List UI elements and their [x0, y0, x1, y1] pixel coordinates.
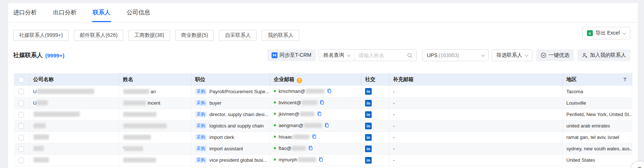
copy-icon[interactable] — [308, 146, 313, 152]
headset-icon — [636, 166, 644, 168]
copy-icon[interactable] — [317, 111, 322, 118]
redacted-company — [33, 112, 80, 117]
add-to-my-contacts-button[interactable]: 加入我的联系人 — [577, 49, 630, 61]
search-icon[interactable] — [407, 53, 413, 58]
cell-region: United States — [563, 154, 632, 166]
name-prefix-text: ' — [123, 146, 124, 151]
row-checkbox[interactable] — [18, 135, 24, 140]
cell-name: ' — [119, 143, 191, 154]
filter-funnel-icon[interactable] — [623, 77, 627, 83]
cell-company — [29, 132, 119, 143]
email-text: mjmurph — [279, 157, 297, 162]
header-name: 姓名 — [119, 73, 191, 86]
cell-social: in — [361, 109, 389, 120]
email-text: jkivinen@ — [279, 111, 300, 117]
row-checkbox[interactable] — [18, 146, 24, 152]
linkedin-icon[interactable]: in — [365, 134, 372, 141]
copy-icon[interactable] — [324, 123, 329, 129]
filter-business-registration[interactable]: 工商数据(38) — [128, 30, 170, 41]
row-checkbox[interactable] — [18, 101, 24, 106]
filter-contacts-button[interactable]: 筛选联系人 — [492, 49, 532, 61]
copy-icon[interactable] — [327, 88, 332, 95]
cell-name: incent — [119, 97, 191, 109]
copy-icon[interactable] — [319, 100, 325, 106]
cell-email: mjmurph — [270, 154, 361, 166]
email-text: bvincent@ — [279, 100, 301, 105]
name-search-input[interactable] — [355, 52, 407, 58]
cell-social: in — [361, 120, 389, 132]
redacted-name — [123, 158, 156, 162]
chevron-down-icon — [525, 53, 528, 57]
row-checkbox[interactable] — [18, 158, 24, 163]
filter-my-contacts[interactable]: 我的联系人 — [262, 30, 299, 41]
tab-import-analysis[interactable]: 进口分析 — [13, 3, 38, 22]
cell-name — [119, 109, 191, 120]
header-position: 职位 — [191, 73, 270, 86]
table-row: 采购logistics and supply chain aengman@ in… — [15, 120, 632, 132]
purchase-tag: 采购 — [195, 111, 207, 118]
cell-position: 采购logistics and supply chain — [191, 120, 270, 132]
linkedin-icon[interactable]: in — [365, 157, 372, 164]
copy-icon[interactable] — [312, 134, 317, 140]
filter-contacts-label: 筛选联系人 — [496, 52, 522, 59]
email-text: aengman@ — [279, 123, 303, 128]
email-status-dot — [274, 124, 276, 126]
extra-email-text: - — [393, 134, 394, 140]
filter-self-collected[interactable]: 自采联系人 — [219, 30, 256, 41]
company-filter-select[interactable]: UPS (163953) — [422, 49, 489, 61]
one-click-optimize-button[interactable]: 一键优选 — [536, 49, 574, 61]
tab-contacts[interactable]: 联系人 — [92, 3, 111, 22]
linkedin-icon[interactable]: in — [365, 146, 372, 152]
linkedin-icon[interactable]: in — [365, 111, 372, 118]
header-email: 企业邮箱? — [270, 73, 361, 86]
email-status-dot — [274, 158, 276, 161]
row-checkbox[interactable] — [18, 89, 24, 94]
redacted-name — [123, 123, 167, 128]
linkedin-icon[interactable]: in — [365, 123, 372, 129]
tab-company-info[interactable]: 公司信息 — [126, 3, 151, 22]
top-tab-bar: 进口分析 出口分析 联系人 公司信息 — [8, 3, 638, 22]
redacted-email — [305, 89, 325, 94]
linkedin-icon[interactable]: in — [365, 100, 372, 106]
header-extra-email: 补充邮箱 — [389, 73, 563, 86]
email-status-dot — [274, 113, 276, 115]
cell-name: an — [119, 86, 191, 97]
extra-email-text: - — [393, 112, 394, 117]
position-text: import assistant — [209, 146, 243, 151]
cell-position: 采购import clerk — [191, 132, 270, 143]
purchase-tag: 采购 — [195, 134, 207, 140]
select-all-checkbox[interactable] — [18, 77, 24, 83]
person-plus-icon — [582, 52, 588, 58]
export-excel-button[interactable]: x 导出 Excel — [582, 27, 630, 39]
redacted-name — [123, 112, 156, 117]
purchase-tag: 采购 — [195, 88, 207, 95]
region-text: Penfield, New York, United St... — [566, 112, 632, 117]
cell-email: aengman@ — [270, 120, 361, 132]
name-suffix-text: an — [151, 89, 156, 94]
header-company: 公司名称 — [29, 73, 119, 86]
filter-commercial-data[interactable]: 商业数据(5) — [175, 30, 214, 41]
cell-position: 采购vice president global busi... — [191, 154, 270, 166]
linkedin-icon[interactable]: in — [365, 88, 372, 95]
filter-email-contacts[interactable]: 邮件联系人(626) — [74, 30, 124, 41]
purchase-tag: 采购 — [195, 123, 207, 129]
row-checkbox[interactable] — [18, 123, 24, 129]
cell-position: 采购Payroll/Procurement Supe... — [191, 86, 270, 97]
redacted-name — [123, 89, 149, 94]
sync-tcrm-button[interactable]: 同步至T-CRM — [267, 49, 316, 61]
region-text: united arab emirates — [566, 123, 610, 129]
filter-social-contacts[interactable]: 社媒联系人(9999+) — [13, 30, 69, 41]
name-query-dropdown[interactable]: 姓名查询 — [319, 50, 354, 61]
name-search-group: 姓名查询 — [319, 49, 417, 61]
redacted-name — [123, 101, 146, 105]
email-text: ftao@ — [279, 146, 291, 151]
extra-email-text: - — [393, 146, 394, 151]
list-toolbar: 社媒联系人 (9999+) 同步至T-CRM 姓名查询 UPS (163953) — [8, 49, 638, 62]
row-checkbox[interactable] — [18, 112, 24, 118]
table-row: U an 采购Payroll/Procurement Supe... krisc… — [15, 86, 632, 97]
redacted-company — [37, 100, 48, 105]
copy-icon[interactable] — [318, 157, 323, 163]
help-icon[interactable]: ? — [297, 78, 302, 83]
cell-extra-email: - — [389, 154, 563, 166]
tab-export-analysis[interactable]: 出口分析 — [52, 3, 77, 22]
